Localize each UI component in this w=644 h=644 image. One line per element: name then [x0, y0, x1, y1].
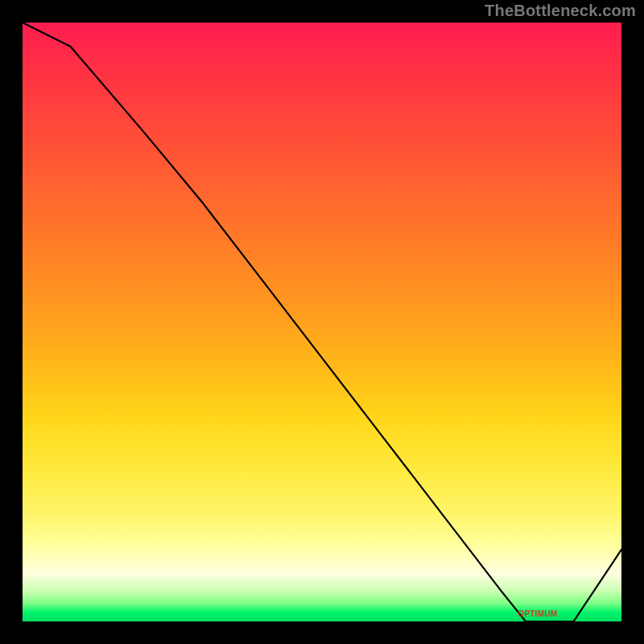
optimum-annotation: OPTIMUM	[518, 609, 557, 618]
watermark-text: TheBottleneck.com	[485, 2, 636, 20]
chart-container: TheBottleneck.com OPTIMUM	[0, 0, 644, 644]
plot-area: OPTIMUM	[23, 23, 621, 621]
gradient-background	[23, 23, 621, 621]
